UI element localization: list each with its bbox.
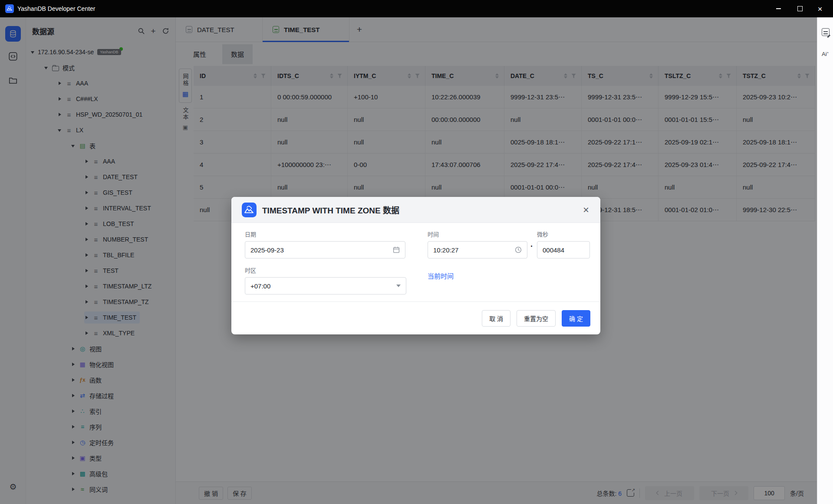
maximize-button[interactable] <box>790 0 810 17</box>
ok-button[interactable]: 确 定 <box>562 310 590 327</box>
date-input[interactable]: 2025-09-23 <box>245 241 405 259</box>
current-time-link[interactable]: 当前时间 <box>428 271 454 280</box>
reset-empty-button[interactable]: 重置为空 <box>517 310 556 327</box>
close-window-button[interactable] <box>810 0 830 17</box>
ai-assistant-icon[interactable] <box>822 51 830 59</box>
minimize-button[interactable] <box>769 0 788 17</box>
timezone-value: +07:00 <box>250 282 270 290</box>
window-title: YashanDB Developer Center <box>17 5 95 12</box>
right-sidebar <box>817 17 833 504</box>
clock-icon[interactable] <box>515 246 522 253</box>
app-window: YashanDB Developer Center ⚙ 数据源 <box>0 0 833 504</box>
timezone-field-label: 时区 <box>245 266 406 274</box>
dot-separator <box>530 242 534 251</box>
date-value: 2025-09-23 <box>250 246 284 254</box>
chevron-down-icon <box>396 285 401 287</box>
dialog-footer: 取 消 重置为空 确 定 <box>231 301 600 334</box>
dialog-title: TIMESTAMP WITH TIME ZONE 数据 <box>262 204 399 216</box>
notes-icon[interactable] <box>822 28 830 36</box>
cancel-button[interactable]: 取 消 <box>482 310 510 327</box>
timestamp-dialog: TIMESTAMP WITH TIME ZONE 数据 日期 2025-09-2… <box>231 197 600 334</box>
dialog-body: 日期 2025-09-23 时间 10:20:27 <box>231 223 600 301</box>
dialog-header: TIMESTAMP WITH TIME ZONE 数据 <box>231 197 600 223</box>
dialog-logo-icon <box>242 203 257 217</box>
time-input[interactable]: 10:20:27 <box>428 241 527 259</box>
calendar-icon[interactable] <box>393 246 400 253</box>
titlebar: YashanDB Developer Center <box>0 0 833 17</box>
time-value: 10:20:27 <box>433 246 458 254</box>
microsecond-input[interactable]: 000484 <box>537 241 590 259</box>
timezone-select[interactable]: +07:00 <box>245 277 406 295</box>
microsecond-value: 000484 <box>543 246 564 254</box>
time-field-label: 时间 <box>428 230 527 238</box>
app-logo-icon <box>5 4 14 13</box>
date-field-label: 日期 <box>245 230 405 238</box>
close-icon[interactable] <box>581 205 591 215</box>
microsecond-field-label: 微秒 <box>537 230 590 238</box>
